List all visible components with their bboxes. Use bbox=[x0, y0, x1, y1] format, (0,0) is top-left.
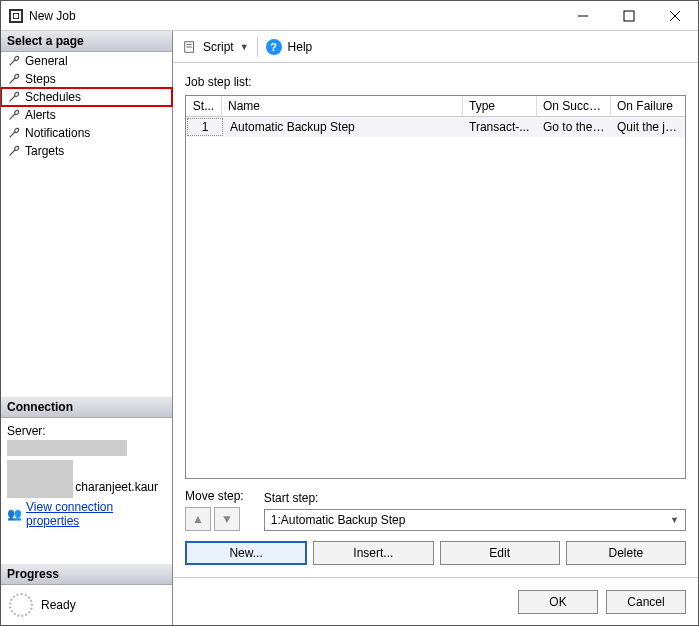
window-title: New Job bbox=[29, 9, 560, 23]
dialog-footer: OK Cancel bbox=[173, 577, 698, 625]
page-schedules[interactable]: Schedules bbox=[1, 88, 172, 106]
page-list: General Steps Schedules Alerts Notificat… bbox=[1, 52, 172, 160]
wrench-icon bbox=[7, 144, 21, 158]
cell-step-num: 1 bbox=[187, 118, 223, 136]
minimize-button[interactable] bbox=[560, 1, 606, 31]
toolbar: Script ▼ ? Help bbox=[173, 31, 698, 63]
maximize-button[interactable] bbox=[606, 1, 652, 31]
cell-type: Transact-... bbox=[463, 117, 537, 137]
dialog-window: New Job Select a page General Steps Sche… bbox=[0, 0, 699, 626]
progress-panel: Ready bbox=[1, 585, 172, 625]
spinner-icon bbox=[9, 593, 33, 617]
help-button[interactable]: Help bbox=[288, 40, 313, 54]
page-label: Targets bbox=[25, 144, 64, 158]
start-step-value: 1:Automatic Backup Step bbox=[271, 513, 406, 527]
cell-on-success: Go to the ... bbox=[537, 117, 611, 137]
page-label: Alerts bbox=[25, 108, 56, 122]
connection-user: charanjeet.kaur bbox=[75, 480, 166, 494]
table-row[interactable]: 1 Automatic Backup Step Transact-... Go … bbox=[186, 117, 685, 137]
page-label: Notifications bbox=[25, 126, 90, 140]
new-button[interactable]: New... bbox=[185, 541, 307, 565]
start-step-select[interactable]: 1:Automatic Backup Step ▼ bbox=[264, 509, 686, 531]
cancel-button[interactable]: Cancel bbox=[606, 590, 686, 614]
page-alerts[interactable]: Alerts bbox=[1, 106, 172, 124]
start-step-label: Start step: bbox=[264, 491, 686, 505]
server-label: Server: bbox=[7, 424, 166, 438]
col-step[interactable]: St... bbox=[186, 96, 222, 116]
move-up-button[interactable]: ▲ bbox=[185, 507, 211, 531]
cell-name: Automatic Backup Step bbox=[224, 117, 463, 137]
ok-button[interactable]: OK bbox=[518, 590, 598, 614]
job-step-list-label: Job step list: bbox=[185, 75, 686, 89]
wrench-icon bbox=[7, 72, 21, 86]
page-label: General bbox=[25, 54, 68, 68]
progress-status: Ready bbox=[41, 598, 76, 612]
title-bar: New Job bbox=[1, 1, 698, 31]
cell-on-failure: Quit the jo... bbox=[611, 117, 685, 137]
connection-header: Connection bbox=[1, 397, 172, 418]
connection-panel: Server: charanjeet.kaur 👥 View connectio… bbox=[1, 418, 172, 534]
grid-header: St... Name Type On Success On Failure bbox=[186, 96, 685, 117]
script-icon bbox=[183, 40, 197, 54]
server-name-redacted bbox=[7, 440, 127, 456]
script-dropdown-caret[interactable]: ▼ bbox=[240, 42, 249, 52]
move-down-button[interactable]: ▼ bbox=[214, 507, 240, 531]
chevron-down-icon: ▼ bbox=[670, 515, 679, 525]
page-targets[interactable]: Targets bbox=[1, 142, 172, 160]
view-connection-properties-link[interactable]: View connection properties bbox=[26, 500, 166, 528]
wrench-icon bbox=[7, 54, 21, 68]
page-steps[interactable]: Steps bbox=[1, 70, 172, 88]
select-page-header: Select a page bbox=[1, 31, 172, 52]
people-icon: 👥 bbox=[7, 507, 22, 521]
col-on-failure[interactable]: On Failure bbox=[611, 96, 685, 116]
delete-button[interactable]: Delete bbox=[566, 541, 686, 565]
col-type[interactable]: Type bbox=[463, 96, 537, 116]
connection-redacted bbox=[7, 460, 73, 498]
job-step-grid[interactable]: St... Name Type On Success On Failure 1 … bbox=[185, 95, 686, 479]
move-step-label: Move step: bbox=[185, 489, 244, 503]
wrench-icon bbox=[7, 90, 21, 104]
edit-button[interactable]: Edit bbox=[440, 541, 560, 565]
page-label: Steps bbox=[25, 72, 56, 86]
col-name[interactable]: Name bbox=[222, 96, 463, 116]
page-notifications[interactable]: Notifications bbox=[1, 124, 172, 142]
col-on-success[interactable]: On Success bbox=[537, 96, 611, 116]
insert-button[interactable]: Insert... bbox=[313, 541, 433, 565]
sidebar: Select a page General Steps Schedules Al… bbox=[1, 31, 173, 625]
script-button[interactable]: Script bbox=[203, 40, 234, 54]
page-general[interactable]: General bbox=[1, 52, 172, 70]
wrench-icon bbox=[7, 126, 21, 140]
main-panel: Script ▼ ? Help Job step list: St... Nam… bbox=[173, 31, 698, 625]
help-icon: ? bbox=[266, 39, 282, 55]
wrench-icon bbox=[7, 108, 21, 122]
svg-rect-1 bbox=[624, 11, 634, 21]
close-button[interactable] bbox=[652, 1, 698, 31]
app-icon bbox=[9, 9, 23, 23]
progress-header: Progress bbox=[1, 564, 172, 585]
page-label: Schedules bbox=[25, 90, 81, 104]
